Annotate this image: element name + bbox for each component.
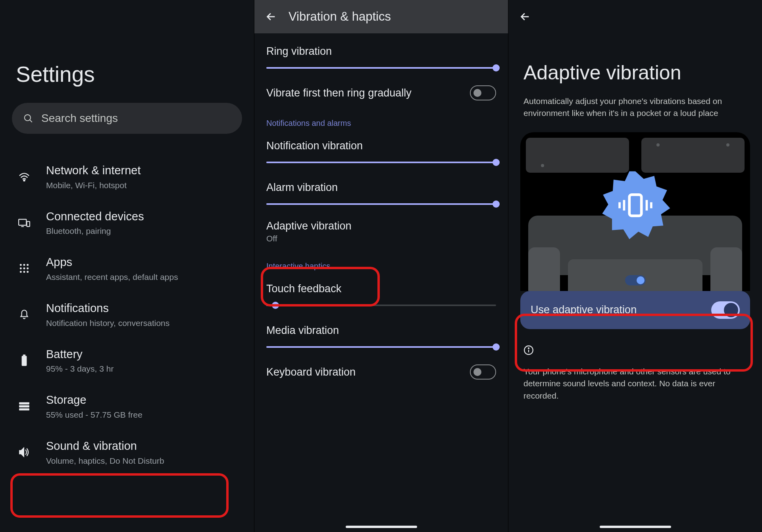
svg-line-1: [30, 120, 32, 122]
search-input[interactable]: Search settings: [12, 103, 242, 134]
back-icon[interactable]: [520, 11, 531, 22]
svg-point-14: [27, 271, 29, 273]
adaptive-vibration-item[interactable]: Adaptive vibration Off: [266, 220, 496, 243]
slider-thumb[interactable]: [493, 200, 500, 208]
storage-icon: [17, 402, 31, 411]
svg-rect-17: [19, 403, 29, 405]
slider-label: Notification vibration: [266, 140, 496, 152]
settings-item-sound[interactable]: Sound & vibration Volume, haptics, Do No…: [0, 429, 254, 475]
settings-item-network[interactable]: Network & internet Mobile, Wi-Fi, hotspo…: [0, 154, 254, 200]
page-title: Adaptive vibration: [508, 33, 762, 84]
settings-item-subtitle: Mobile, Wi-Fi, hotspot: [46, 181, 141, 190]
settings-item-subtitle: Assistant, recent apps, default apps: [46, 272, 178, 282]
volume-icon: [17, 447, 31, 457]
item-subtitle: Off: [266, 234, 496, 243]
svg-rect-18: [19, 405, 29, 407]
settings-item-title: Network & internet: [46, 163, 141, 178]
svg-point-13: [23, 271, 25, 273]
keyboard-vibration-row[interactable]: Keyboard vibration: [266, 364, 496, 380]
settings-item-connected[interactable]: Connected devices Bluetooth, pairing: [0, 200, 254, 246]
slider-track[interactable]: [266, 67, 496, 69]
wifi-icon: [17, 172, 31, 181]
highlight-annotation: [10, 473, 229, 518]
apps-icon: [17, 263, 31, 274]
svg-point-12: [20, 271, 22, 273]
slider-label: Media vibration: [266, 324, 496, 337]
illustration-toggle-icon: [625, 275, 646, 285]
header-bar: [508, 0, 762, 33]
settings-item-subtitle: Notification history, conversations: [46, 318, 169, 328]
search-icon: [23, 113, 33, 123]
slider-label: Alarm vibration: [266, 181, 496, 194]
toggle-switch-off[interactable]: [470, 364, 496, 380]
settings-item-subtitle: Bluetooth, pairing: [46, 226, 144, 236]
battery-icon: [17, 354, 31, 367]
ring-vibration-row[interactable]: Ring vibration: [266, 45, 496, 69]
settings-item-battery[interactable]: Battery 95% - 3 days, 3 hr: [0, 337, 254, 384]
toggle-label: Keyboard vibration: [266, 366, 356, 378]
settings-item-subtitle: 55% used - 57.75 GB free: [46, 410, 142, 420]
svg-point-9: [20, 268, 22, 270]
svg-point-6: [20, 264, 22, 266]
highlight-annotation: [261, 267, 380, 306]
notification-vibration-row[interactable]: Notification vibration: [266, 140, 496, 163]
settings-item-title: Notifications: [46, 301, 169, 316]
settings-item-subtitle: Volume, haptics, Do Not Disturb: [46, 456, 164, 466]
slider-thumb[interactable]: [493, 343, 500, 351]
vibration-badge-icon: [598, 168, 673, 243]
nav-bar[interactable]: [600, 526, 671, 528]
nav-bar[interactable]: [346, 526, 417, 528]
vibrate-first-row[interactable]: Vibrate first then ring gradually: [266, 85, 496, 100]
settings-item-title: Storage: [46, 393, 142, 408]
header-title: Vibration & haptics: [289, 10, 391, 24]
svg-rect-16: [23, 355, 25, 356]
svg-point-2: [23, 180, 25, 181]
settings-item-title: Battery: [46, 347, 114, 362]
settings-item-apps[interactable]: Apps Assistant, recent apps, default app…: [0, 245, 254, 291]
svg-rect-15: [22, 356, 27, 366]
svg-rect-4: [27, 221, 30, 226]
media-vibration-row[interactable]: Media vibration: [266, 324, 496, 348]
alarm-vibration-row[interactable]: Alarm vibration: [266, 181, 496, 205]
item-title: Adaptive vibration: [266, 220, 496, 232]
bell-icon: [17, 308, 31, 320]
svg-point-0: [25, 115, 31, 121]
svg-point-10: [23, 268, 25, 270]
back-icon[interactable]: [266, 11, 277, 22]
settings-item-title: Apps: [46, 255, 178, 270]
slider-label: Ring vibration: [266, 45, 496, 58]
svg-point-8: [27, 264, 29, 266]
settings-item-title: Sound & vibration: [46, 439, 164, 454]
svg-rect-3: [19, 219, 26, 225]
slider-thumb[interactable]: [493, 64, 500, 71]
svg-point-7: [23, 264, 25, 266]
svg-rect-19: [19, 409, 29, 411]
settings-item-subtitle: 95% - 3 days, 3 hr: [46, 364, 114, 374]
section-header: Notifications and alarms: [266, 119, 496, 128]
illustration: [520, 132, 750, 291]
settings-item-storage[interactable]: Storage 55% used - 57.75 GB free: [0, 383, 254, 429]
toggle-switch-off[interactable]: [470, 85, 496, 100]
highlight-annotation: [515, 314, 753, 372]
toggle-label: Vibrate first then ring gradually: [266, 87, 412, 99]
header-bar: Vibration & haptics: [254, 0, 508, 33]
settings-item-title: Connected devices: [46, 209, 144, 224]
page-description: Automatically adjust your phone's vibrat…: [508, 84, 762, 120]
svg-point-11: [27, 268, 29, 270]
slider-track[interactable]: [266, 346, 496, 348]
devices-icon: [17, 218, 31, 227]
slider-thumb[interactable]: [493, 159, 500, 166]
settings-item-notifications[interactable]: Notifications Notification history, conv…: [0, 291, 254, 337]
search-placeholder: Search settings: [41, 112, 118, 125]
slider-track[interactable]: [266, 203, 496, 205]
slider-track[interactable]: [266, 162, 496, 163]
page-title: Settings: [0, 0, 254, 87]
